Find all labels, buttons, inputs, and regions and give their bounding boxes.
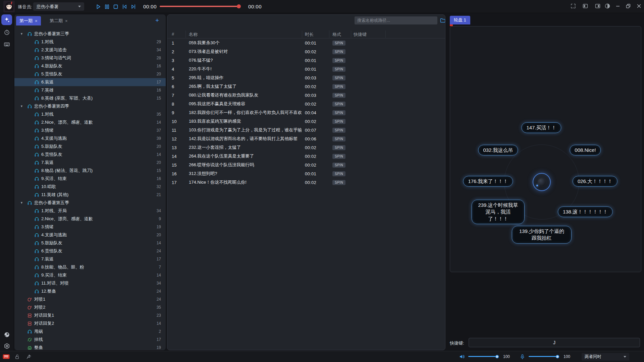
table-row[interactable]: 12142.我是以游戏厉害而出名的，请不要给我打上其他标签00:06SPIN	[167, 134, 445, 143]
slider-handle[interactable]	[495, 355, 499, 358]
tree-item-row[interactable]: 11.英雄 (其他)21	[14, 191, 166, 199]
tree-item-row[interactable]: 5.鼓励队友14	[14, 239, 166, 247]
skip-previous-button[interactable]	[121, 3, 128, 10]
capture-region-icon[interactable]	[570, 2, 577, 10]
table-row[interactable]: 15266.哎呀你说这个队伍没我能行吗00:02SPIN	[167, 161, 445, 169]
table-row[interactable]: 7080.让我看看还有谁在欺负我家队友00:03SPIN	[167, 91, 445, 100]
microphone-icon[interactable]	[519, 354, 526, 360]
tree-item-row[interactable]: 8.技能、物品、眼、粉7	[14, 263, 166, 271]
tree-item-row[interactable]: 8.物品 (秘法、莲花、跳刀)15	[14, 167, 166, 175]
sidebar-tab-2[interactable]: 第二期 ×	[46, 16, 71, 25]
tree-item-row[interactable]: 2.Nice、漂亮、感谢、道歉9	[14, 215, 166, 223]
tree-group-row[interactable]: ▼悲伤小番薯第三季	[14, 30, 166, 38]
wheel-sound-bubble[interactable]: 176.我来了！！！	[463, 176, 513, 187]
table-row[interactable]: 1059.我要杀30个00:01SPIN	[167, 39, 445, 47]
announcer-select[interactable]: 悲伤小番薯	[33, 2, 84, 11]
pin-icon[interactable]	[25, 354, 32, 360]
tree-item-row[interactable]: 3.情绪37	[14, 126, 166, 134]
tree-item-row[interactable]: 6.责怪队友14	[14, 150, 166, 159]
wheel-sound-bubble[interactable]: 026.大！！！！	[573, 176, 618, 187]
tree-item-row[interactable]: 2.支援与追击34	[14, 46, 166, 54]
column-header-hotkey[interactable]: 快捷键	[354, 32, 367, 38]
tree-item-row[interactable]: 9.买活、结束16	[14, 175, 166, 183]
column-header-index[interactable]: #	[172, 32, 174, 37]
sidebar-tab-1[interactable]: 第一期 ×	[16, 16, 41, 25]
tree-item-row[interactable]: 3.情绪19	[14, 223, 166, 231]
stop-button[interactable]	[112, 3, 119, 10]
tree-item-row[interactable]: 对话回复123	[14, 311, 166, 319]
speaker-icon[interactable]	[458, 354, 466, 360]
minimize-button[interactable]	[614, 2, 621, 10]
folder-icon[interactable]	[440, 17, 445, 23]
tree-item-row[interactable]: 6.责怪队友24	[14, 247, 166, 255]
disc-nav-button[interactable]	[3, 331, 10, 338]
wheel-sound-bubble[interactable]: 032.我这么吊	[478, 145, 518, 156]
tree-item-row[interactable]: 10.唱歌32	[14, 183, 166, 191]
tree-item-row[interactable]: 7.装逼17	[14, 255, 166, 263]
table-row[interactable]: 4220.牛不牛!00:01SPIN	[167, 65, 445, 73]
wheel-sound-bubble[interactable]: 239.这个时候我草泥马，我活了！！！	[472, 200, 525, 224]
wheel-sound-bubble[interactable]: 147.买活！！	[521, 122, 561, 133]
table-row[interactable]: 9182.我跟你们可不一样，你们喜欢开小号欺负人我可不喜欢00:04SPIN	[167, 108, 445, 117]
table-row[interactable]: 3076.猛不猛?00:01SPIN	[167, 56, 445, 65]
tree-item-row[interactable]: 1.对线35	[14, 110, 166, 118]
table-row[interactable]: 2073.强者总是被针对00:02SPIN	[167, 47, 445, 56]
tree-item-row[interactable]: 11.对话、对喷34	[14, 279, 166, 287]
wheel-tab[interactable]: 轮盘 1	[450, 16, 470, 24]
search-input[interactable]	[355, 16, 437, 24]
toggle-left-panel-icon[interactable]	[582, 2, 589, 10]
tree-item-row[interactable]: 5.鼓励队友20	[14, 142, 166, 150]
table-row[interactable]: 13232.这一小套连招，太猛了00:02SPIN	[167, 143, 445, 152]
table-row[interactable]: 17174.Nice！你这不找死呢么你!00:02SPIN	[167, 178, 445, 187]
skip-next-button[interactable]	[130, 3, 137, 10]
seek-handle[interactable]	[237, 4, 241, 8]
close-button[interactable]	[636, 2, 642, 10]
mic-volume-slider[interactable]	[529, 356, 557, 357]
column-header-duration[interactable]: 时长	[305, 32, 314, 38]
close-tab-icon[interactable]: ×	[65, 18, 68, 23]
tree-item-row[interactable]: 6.装逼17	[14, 78, 166, 86]
tree-item-row[interactable]: 整蛊19	[14, 344, 166, 350]
tree-group-row[interactable]: ▼悲伤小番薯第五季	[14, 199, 166, 207]
table-row[interactable]: 5295.哇，咱这操作00:03SPIN	[167, 73, 445, 82]
column-header-format[interactable]: 格式	[332, 32, 341, 38]
close-tab-icon[interactable]: ×	[35, 18, 38, 23]
table-row[interactable]: 16312.没想到吧?00:01SPIN	[167, 169, 445, 178]
tree-item-row[interactable]: 12.整蛊24	[14, 287, 166, 295]
speaker-volume-slider[interactable]	[468, 356, 497, 357]
timer-nav-button[interactable]	[3, 29, 10, 36]
wheel-sound-bubble[interactable]: 008.Nice!	[570, 145, 601, 156]
seek-slider[interactable]	[160, 6, 239, 7]
pause-button[interactable]	[104, 3, 110, 10]
soundboard-nav-button[interactable]	[1, 14, 12, 25]
theme-toggle-icon[interactable]	[604, 2, 611, 10]
wheel-knob[interactable]	[533, 173, 551, 191]
recorder-device-icon[interactable]	[2, 354, 10, 360]
hotkey-input[interactable]: J	[469, 338, 640, 347]
wheel-sound-bubble[interactable]: 138.滚！！！！！！	[558, 206, 613, 217]
unlock-icon[interactable]	[13, 354, 21, 360]
restore-window-button[interactable]	[625, 2, 632, 10]
tree-item-row[interactable]: 4.鼓励队友16	[14, 62, 166, 70]
tree-item-row[interactable]: 7.装逼20	[14, 159, 166, 167]
tree-item-row[interactable]: 7.英雄16	[14, 86, 166, 94]
tree-item-row[interactable]: 1.对线、开局34	[14, 207, 166, 215]
tree-item-row[interactable]: 1.对线29	[14, 38, 166, 46]
tree-item-row[interactable]: 4.支援与逃跑20	[14, 231, 166, 239]
play-button[interactable]	[95, 3, 102, 10]
wheel-sound-bubble[interactable]: 139.少你妈了个逼的跟我抬杠	[512, 226, 572, 244]
tree-item-row[interactable]: 4.支援与逃跑39	[14, 134, 166, 142]
tree-item-row[interactable]: 8.英雄 (巫医、军团、大圣)15	[14, 94, 166, 102]
tree-item-row[interactable]: 9.买活、结束14	[14, 271, 166, 279]
output-mode-select[interactable]: 两者同时	[582, 353, 629, 361]
tree-item-row[interactable]: 3.情绪与语气词28	[14, 54, 166, 62]
table-row[interactable]: 10183.我喜欢菜鸡互啄的感觉00:02SPIN	[167, 117, 445, 126]
tree-group-row[interactable]: ▼悲伤小番薯第四季	[14, 102, 166, 110]
tree-item-row[interactable]: 掉线17	[14, 336, 166, 344]
table-row[interactable]: 11103.你打游戏是为了赢为了上分，我是为了过程，谁在乎输赢啊00:07SPI…	[167, 126, 445, 134]
table-row[interactable]: 8095.我这把不赢真是天理难容00:02SPIN	[167, 100, 445, 108]
table-row[interactable]: 6265.啊，我太猛了太猛了00:02SPIN	[167, 82, 445, 91]
table-row[interactable]: 14264.我在这个队伍里真是太重要了00:02SPIN	[167, 152, 445, 161]
tree-item-row[interactable]: 甩锅2	[14, 327, 166, 336]
hotkeys-nav-button[interactable]	[3, 41, 10, 48]
